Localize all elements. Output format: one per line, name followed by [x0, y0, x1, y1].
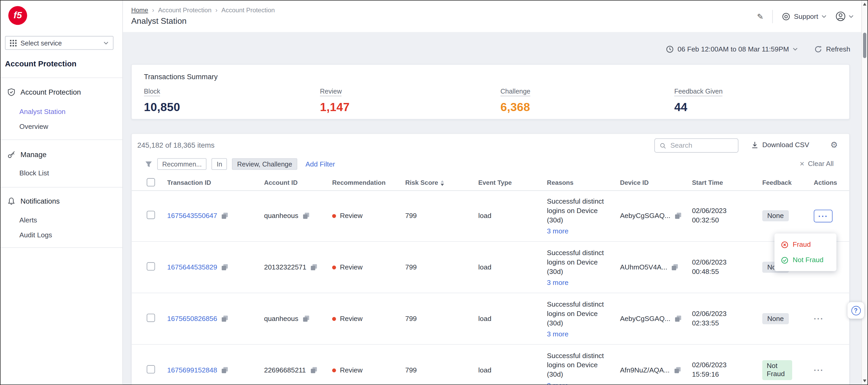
column-header-account-id[interactable]: Account ID	[264, 179, 332, 186]
reasons-more-link[interactable]: 3 more	[547, 381, 568, 384]
support-label: Support	[794, 12, 818, 21]
copy-icon[interactable]	[675, 213, 681, 219]
reasons-more-link[interactable]: 3 more	[547, 279, 568, 286]
scrollbar[interactable]	[862, 1, 867, 384]
copy-icon[interactable]	[303, 316, 309, 322]
sort-icon[interactable]	[441, 180, 444, 186]
date-range-picker[interactable]: 06 Feb 12:00AM to 08 Mar 11:59PM	[666, 45, 798, 53]
support-menu[interactable]: Support	[782, 12, 827, 21]
column-header-reasons[interactable]: Reasons	[547, 179, 620, 186]
recommendation: Review	[340, 315, 363, 323]
clear-all-button[interactable]: Clear All	[800, 160, 834, 168]
select-all-checkbox[interactable]	[147, 178, 155, 186]
reasons: Successful distinct logins on Device (30…	[547, 299, 615, 328]
sidebar-item-overview[interactable]: Overview	[19, 123, 48, 131]
nav-group-manage[interactable]: Manage	[7, 151, 46, 159]
gear-icon[interactable]	[830, 140, 838, 150]
download-csv-label: Download CSV	[762, 141, 809, 149]
menu-item-fraud[interactable]: Fraud	[774, 237, 836, 252]
scrollbar-down-arrow[interactable]	[863, 380, 866, 382]
event-type: load	[478, 366, 547, 374]
breadcrumb-account-protection[interactable]: Account Protection	[148, 6, 212, 13]
sidebar-item-block-list[interactable]: Block List	[19, 169, 49, 177]
column-header-event-type[interactable]: Event Type	[478, 179, 547, 186]
row-actions-button[interactable]	[814, 366, 824, 374]
copy-icon[interactable]	[221, 264, 228, 270]
column-header-feedback[interactable]: Feedback	[762, 179, 814, 186]
column-header-label: Risk Score	[405, 179, 438, 186]
metric-label[interactable]: Feedback Given	[674, 87, 722, 96]
device-id: Afn9NuZ/AQA...	[620, 366, 670, 374]
metric-challenge: Challenge 6,368	[500, 86, 530, 114]
scrollbar-up-arrow[interactable]	[863, 3, 866, 6]
row-checkbox[interactable]	[147, 314, 155, 322]
copy-icon[interactable]	[310, 367, 317, 373]
help-button[interactable]: ?	[847, 302, 864, 319]
event-type: load	[478, 212, 547, 220]
controls-row: 06 Feb 12:00AM to 08 Mar 11:59PM Refresh	[666, 45, 850, 53]
refresh-label: Refresh	[826, 45, 850, 53]
transaction-id-link[interactable]: 1675644535829	[167, 263, 217, 271]
search-box[interactable]	[654, 138, 739, 153]
sidebar-item-audit-logs[interactable]: Audit Logs	[19, 231, 52, 239]
sidebar-item-alerts[interactable]: Alerts	[19, 217, 37, 224]
filter-field-chip[interactable]: Recommen...	[157, 158, 207, 170]
profile-menu[interactable]	[835, 11, 854, 22]
transaction-id-link[interactable]: 1675699152848	[167, 366, 217, 374]
chevron-down-icon	[793, 47, 798, 51]
metric-feedback-given: Feedback Given 44	[674, 86, 722, 114]
service-selector[interactable]: Select service	[5, 36, 114, 50]
metric-label[interactable]: Block	[144, 87, 160, 96]
chevron-down-icon	[822, 14, 827, 18]
metric-label[interactable]: Challenge	[500, 87, 530, 96]
f5-logo[interactable]: f5	[8, 6, 27, 25]
transaction-id-link[interactable]: 1675650826856	[167, 315, 217, 323]
download-csv-button[interactable]: Download CSV	[751, 141, 809, 149]
feedback-context-menu: Fraud Not Fraud	[774, 233, 836, 271]
column-header-device-id[interactable]: Device ID	[620, 179, 692, 186]
breadcrumb: Home Account Protection Account Protecti…	[131, 6, 275, 13]
bell-icon	[7, 197, 16, 205]
breadcrumb-home[interactable]: Home	[131, 6, 148, 13]
reasons-more-link[interactable]: 3 more	[547, 330, 568, 338]
row-actions-button[interactable]	[814, 314, 824, 323]
edit-pencil-icon[interactable]	[757, 12, 764, 21]
nav-group-label: Manage	[21, 151, 46, 159]
sidebar-item-analyst-station[interactable]: Analyst Station	[19, 108, 66, 116]
reasons-more-link[interactable]: 3 more	[547, 227, 568, 235]
column-header-start-time[interactable]: Start Time	[692, 179, 762, 186]
copy-icon[interactable]	[221, 367, 228, 373]
row-checkbox[interactable]	[147, 262, 155, 270]
feedback-badge: None	[762, 210, 789, 221]
copy-icon[interactable]	[674, 367, 681, 373]
copy-icon[interactable]	[303, 213, 309, 219]
nav-group-label: Notifications	[21, 197, 60, 205]
copy-icon[interactable]	[221, 316, 228, 322]
fraud-icon	[781, 241, 788, 248]
transaction-id-link[interactable]: 1675643550647	[167, 212, 217, 220]
nav-group-notifications[interactable]: Notifications	[7, 197, 60, 205]
row-actions-button[interactable]	[814, 210, 833, 222]
copy-icon[interactable]	[672, 264, 678, 270]
nav-group-account-protection[interactable]: Account Protection	[7, 88, 81, 96]
search-input[interactable]	[669, 141, 733, 150]
row-checkbox[interactable]	[147, 211, 155, 219]
copy-icon[interactable]	[675, 316, 681, 322]
add-filter-link[interactable]: Add Filter	[306, 160, 335, 168]
metric-label[interactable]: Review	[320, 87, 342, 96]
column-header-risk-score[interactable]: Risk Score	[405, 179, 478, 186]
copy-icon[interactable]	[311, 264, 317, 270]
menu-item-not-fraud[interactable]: Not Fraud	[774, 252, 836, 268]
filter-value-chip[interactable]: Review, Challenge	[232, 158, 297, 170]
row-checkbox[interactable]	[147, 365, 155, 374]
column-header-transaction-id[interactable]: Transaction ID	[167, 179, 264, 186]
copy-icon[interactable]	[221, 213, 228, 219]
column-header-recommendation[interactable]: Recommendation	[332, 179, 405, 186]
feedback-badge: Not Fraud	[762, 360, 792, 380]
download-icon	[751, 141, 758, 149]
scrollbar-thumb[interactable]	[863, 33, 866, 58]
filter-operator-chip[interactable]: In	[212, 158, 227, 170]
refresh-button[interactable]: Refresh	[814, 45, 850, 53]
review-status-dot	[332, 265, 336, 269]
table-row: 1675644535829 20132322571 Review 799 loa…	[132, 242, 849, 293]
